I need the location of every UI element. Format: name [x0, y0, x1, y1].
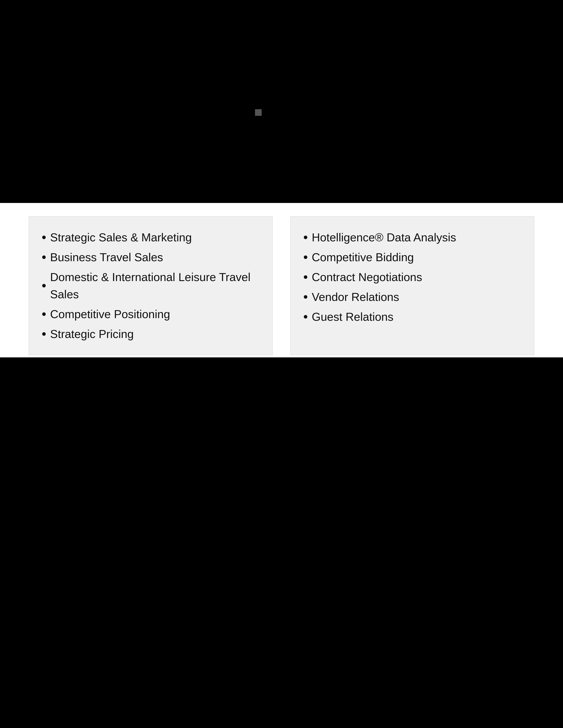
header-area [0, 0, 563, 203]
list-item: Guest Relations [304, 307, 521, 327]
list-item: Business Travel Sales [42, 247, 259, 267]
skills-boxes-row: Strategic Sales & Marketing Business Tra… [29, 216, 534, 355]
list-item: Hotelligence® Data Analysis [304, 227, 521, 247]
bullet-icon [304, 295, 307, 299]
bullet-icon [42, 312, 46, 316]
bullet-icon [42, 332, 46, 336]
bullet-icon [42, 284, 46, 287]
bullet-icon [304, 236, 307, 239]
bottom-dark-area [0, 357, 563, 728]
bullet-icon [304, 275, 307, 279]
list-item: Contract Negotiations [304, 267, 521, 287]
right-skills-box: Hotelligence® Data Analysis Competitive … [290, 216, 534, 355]
right-skills-list: Hotelligence® Data Analysis Competitive … [304, 227, 521, 327]
list-item: Strategic Pricing [42, 324, 259, 344]
bullet-icon [304, 255, 307, 259]
bullet-icon [304, 315, 307, 319]
page-container: Strategic Sales & Marketing Business Tra… [0, 0, 563, 728]
list-item: Vendor Relations [304, 287, 521, 307]
small-square-decoration [255, 109, 261, 116]
left-skills-list: Strategic Sales & Marketing Business Tra… [42, 227, 259, 344]
list-item: Strategic Sales & Marketing [42, 227, 259, 247]
list-item: Competitive Bidding [304, 247, 521, 267]
bullet-icon [42, 255, 46, 259]
left-skills-box: Strategic Sales & Marketing Business Tra… [29, 216, 273, 355]
list-item: Domestic & International Leisure Travel … [42, 267, 259, 304]
bullet-icon [42, 236, 46, 239]
list-item: Competitive Positioning [42, 304, 259, 324]
